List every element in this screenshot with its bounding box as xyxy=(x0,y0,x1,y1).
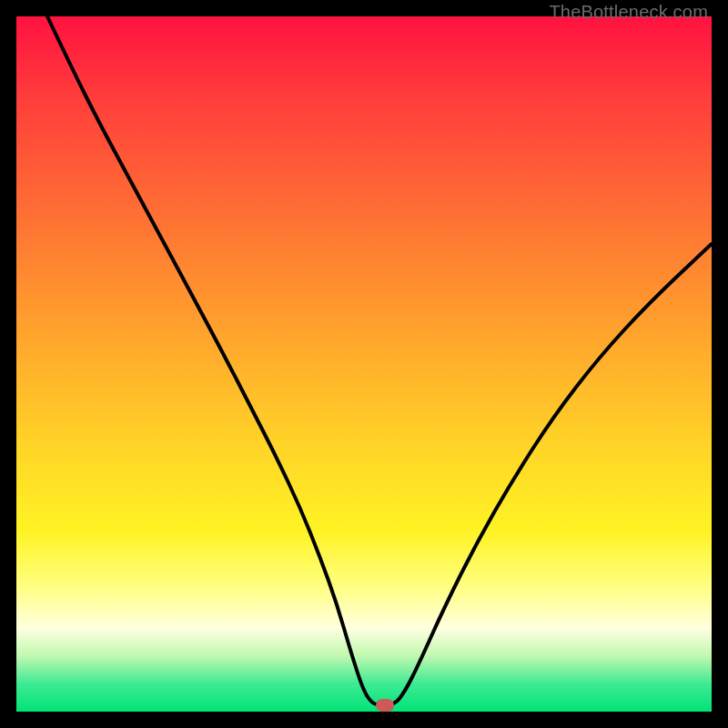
curve-layer xyxy=(16,16,712,712)
optimal-point-marker xyxy=(376,699,394,712)
bottleneck-curve xyxy=(47,16,712,705)
plot-area xyxy=(16,16,712,712)
chart-frame: TheBottleneck.com xyxy=(0,0,728,728)
watermark-text: TheBottleneck.com xyxy=(549,2,708,23)
